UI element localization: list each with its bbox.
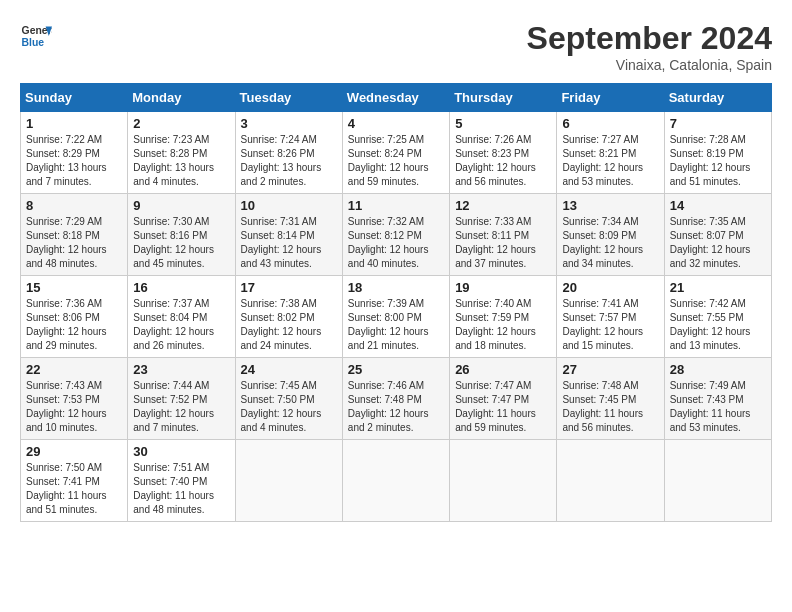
col-friday: Friday bbox=[557, 84, 664, 112]
calendar-cell: 23 Sunrise: 7:44 AMSunset: 7:52 PMDaylig… bbox=[128, 358, 235, 440]
calendar-cell: 18 Sunrise: 7:39 AMSunset: 8:00 PMDaylig… bbox=[342, 276, 449, 358]
calendar-cell bbox=[557, 440, 664, 522]
day-number: 14 bbox=[670, 198, 766, 213]
day-info: Sunrise: 7:25 AMSunset: 8:24 PMDaylight:… bbox=[348, 133, 444, 189]
calendar-cell: 2 Sunrise: 7:23 AMSunset: 8:28 PMDayligh… bbox=[128, 112, 235, 194]
day-number: 11 bbox=[348, 198, 444, 213]
col-saturday: Saturday bbox=[664, 84, 771, 112]
calendar-cell: 6 Sunrise: 7:27 AMSunset: 8:21 PMDayligh… bbox=[557, 112, 664, 194]
day-info: Sunrise: 7:35 AMSunset: 8:07 PMDaylight:… bbox=[670, 215, 766, 271]
day-number: 6 bbox=[562, 116, 658, 131]
calendar-cell: 30 Sunrise: 7:51 AMSunset: 7:40 PMDaylig… bbox=[128, 440, 235, 522]
day-info: Sunrise: 7:49 AMSunset: 7:43 PMDaylight:… bbox=[670, 379, 766, 435]
calendar-cell: 11 Sunrise: 7:32 AMSunset: 8:12 PMDaylig… bbox=[342, 194, 449, 276]
calendar-cell: 25 Sunrise: 7:46 AMSunset: 7:48 PMDaylig… bbox=[342, 358, 449, 440]
title-block: September 2024 Vinaixa, Catalonia, Spain bbox=[527, 20, 772, 73]
day-info: Sunrise: 7:44 AMSunset: 7:52 PMDaylight:… bbox=[133, 379, 229, 435]
calendar-cell: 17 Sunrise: 7:38 AMSunset: 8:02 PMDaylig… bbox=[235, 276, 342, 358]
calendar-table: Sunday Monday Tuesday Wednesday Thursday… bbox=[20, 83, 772, 522]
day-number: 5 bbox=[455, 116, 551, 131]
day-number: 28 bbox=[670, 362, 766, 377]
calendar-cell bbox=[664, 440, 771, 522]
day-info: Sunrise: 7:31 AMSunset: 8:14 PMDaylight:… bbox=[241, 215, 337, 271]
calendar-cell: 21 Sunrise: 7:42 AMSunset: 7:55 PMDaylig… bbox=[664, 276, 771, 358]
day-info: Sunrise: 7:46 AMSunset: 7:48 PMDaylight:… bbox=[348, 379, 444, 435]
logo: General Blue bbox=[20, 20, 52, 52]
calendar-cell: 15 Sunrise: 7:36 AMSunset: 8:06 PMDaylig… bbox=[21, 276, 128, 358]
calendar-cell: 22 Sunrise: 7:43 AMSunset: 7:53 PMDaylig… bbox=[21, 358, 128, 440]
calendar-cell bbox=[450, 440, 557, 522]
calendar-cell bbox=[235, 440, 342, 522]
calendar-cell: 12 Sunrise: 7:33 AMSunset: 8:11 PMDaylig… bbox=[450, 194, 557, 276]
day-info: Sunrise: 7:36 AMSunset: 8:06 PMDaylight:… bbox=[26, 297, 122, 353]
calendar-cell: 19 Sunrise: 7:40 AMSunset: 7:59 PMDaylig… bbox=[450, 276, 557, 358]
calendar-week-5: 29 Sunrise: 7:50 AMSunset: 7:41 PMDaylig… bbox=[21, 440, 772, 522]
calendar-cell: 10 Sunrise: 7:31 AMSunset: 8:14 PMDaylig… bbox=[235, 194, 342, 276]
day-number: 10 bbox=[241, 198, 337, 213]
calendar-cell: 9 Sunrise: 7:30 AMSunset: 8:16 PMDayligh… bbox=[128, 194, 235, 276]
col-tuesday: Tuesday bbox=[235, 84, 342, 112]
calendar-cell: 29 Sunrise: 7:50 AMSunset: 7:41 PMDaylig… bbox=[21, 440, 128, 522]
day-number: 12 bbox=[455, 198, 551, 213]
logo-icon: General Blue bbox=[20, 20, 52, 52]
day-number: 26 bbox=[455, 362, 551, 377]
col-monday: Monday bbox=[128, 84, 235, 112]
header-row: Sunday Monday Tuesday Wednesday Thursday… bbox=[21, 84, 772, 112]
day-info: Sunrise: 7:37 AMSunset: 8:04 PMDaylight:… bbox=[133, 297, 229, 353]
day-number: 25 bbox=[348, 362, 444, 377]
calendar-week-2: 8 Sunrise: 7:29 AMSunset: 8:18 PMDayligh… bbox=[21, 194, 772, 276]
calendar-cell: 7 Sunrise: 7:28 AMSunset: 8:19 PMDayligh… bbox=[664, 112, 771, 194]
calendar-cell: 4 Sunrise: 7:25 AMSunset: 8:24 PMDayligh… bbox=[342, 112, 449, 194]
day-info: Sunrise: 7:41 AMSunset: 7:57 PMDaylight:… bbox=[562, 297, 658, 353]
day-number: 7 bbox=[670, 116, 766, 131]
day-info: Sunrise: 7:39 AMSunset: 8:00 PMDaylight:… bbox=[348, 297, 444, 353]
col-wednesday: Wednesday bbox=[342, 84, 449, 112]
calendar-cell: 14 Sunrise: 7:35 AMSunset: 8:07 PMDaylig… bbox=[664, 194, 771, 276]
calendar-cell: 5 Sunrise: 7:26 AMSunset: 8:23 PMDayligh… bbox=[450, 112, 557, 194]
day-info: Sunrise: 7:43 AMSunset: 7:53 PMDaylight:… bbox=[26, 379, 122, 435]
day-info: Sunrise: 7:32 AMSunset: 8:12 PMDaylight:… bbox=[348, 215, 444, 271]
day-number: 29 bbox=[26, 444, 122, 459]
calendar-cell: 28 Sunrise: 7:49 AMSunset: 7:43 PMDaylig… bbox=[664, 358, 771, 440]
calendar-week-1: 1 Sunrise: 7:22 AMSunset: 8:29 PMDayligh… bbox=[21, 112, 772, 194]
day-number: 3 bbox=[241, 116, 337, 131]
calendar-week-4: 22 Sunrise: 7:43 AMSunset: 7:53 PMDaylig… bbox=[21, 358, 772, 440]
day-info: Sunrise: 7:24 AMSunset: 8:26 PMDaylight:… bbox=[241, 133, 337, 189]
day-info: Sunrise: 7:33 AMSunset: 8:11 PMDaylight:… bbox=[455, 215, 551, 271]
day-info: Sunrise: 7:26 AMSunset: 8:23 PMDaylight:… bbox=[455, 133, 551, 189]
day-number: 21 bbox=[670, 280, 766, 295]
day-number: 13 bbox=[562, 198, 658, 213]
day-info: Sunrise: 7:30 AMSunset: 8:16 PMDaylight:… bbox=[133, 215, 229, 271]
month-title: September 2024 bbox=[527, 20, 772, 57]
calendar-cell: 27 Sunrise: 7:48 AMSunset: 7:45 PMDaylig… bbox=[557, 358, 664, 440]
day-info: Sunrise: 7:22 AMSunset: 8:29 PMDaylight:… bbox=[26, 133, 122, 189]
day-info: Sunrise: 7:45 AMSunset: 7:50 PMDaylight:… bbox=[241, 379, 337, 435]
day-number: 23 bbox=[133, 362, 229, 377]
calendar-cell: 3 Sunrise: 7:24 AMSunset: 8:26 PMDayligh… bbox=[235, 112, 342, 194]
day-info: Sunrise: 7:40 AMSunset: 7:59 PMDaylight:… bbox=[455, 297, 551, 353]
page-header: General Blue September 2024 Vinaixa, Cat… bbox=[20, 20, 772, 73]
day-number: 9 bbox=[133, 198, 229, 213]
day-info: Sunrise: 7:50 AMSunset: 7:41 PMDaylight:… bbox=[26, 461, 122, 517]
calendar-cell bbox=[342, 440, 449, 522]
day-number: 20 bbox=[562, 280, 658, 295]
day-number: 30 bbox=[133, 444, 229, 459]
day-info: Sunrise: 7:28 AMSunset: 8:19 PMDaylight:… bbox=[670, 133, 766, 189]
day-number: 24 bbox=[241, 362, 337, 377]
day-number: 1 bbox=[26, 116, 122, 131]
day-info: Sunrise: 7:34 AMSunset: 8:09 PMDaylight:… bbox=[562, 215, 658, 271]
day-number: 8 bbox=[26, 198, 122, 213]
day-number: 27 bbox=[562, 362, 658, 377]
calendar-cell: 13 Sunrise: 7:34 AMSunset: 8:09 PMDaylig… bbox=[557, 194, 664, 276]
calendar-cell: 1 Sunrise: 7:22 AMSunset: 8:29 PMDayligh… bbox=[21, 112, 128, 194]
calendar-week-3: 15 Sunrise: 7:36 AMSunset: 8:06 PMDaylig… bbox=[21, 276, 772, 358]
day-info: Sunrise: 7:42 AMSunset: 7:55 PMDaylight:… bbox=[670, 297, 766, 353]
day-info: Sunrise: 7:51 AMSunset: 7:40 PMDaylight:… bbox=[133, 461, 229, 517]
calendar-cell: 16 Sunrise: 7:37 AMSunset: 8:04 PMDaylig… bbox=[128, 276, 235, 358]
day-number: 17 bbox=[241, 280, 337, 295]
svg-text:Blue: Blue bbox=[22, 37, 45, 48]
calendar-cell: 8 Sunrise: 7:29 AMSunset: 8:18 PMDayligh… bbox=[21, 194, 128, 276]
day-number: 22 bbox=[26, 362, 122, 377]
col-sunday: Sunday bbox=[21, 84, 128, 112]
day-number: 19 bbox=[455, 280, 551, 295]
